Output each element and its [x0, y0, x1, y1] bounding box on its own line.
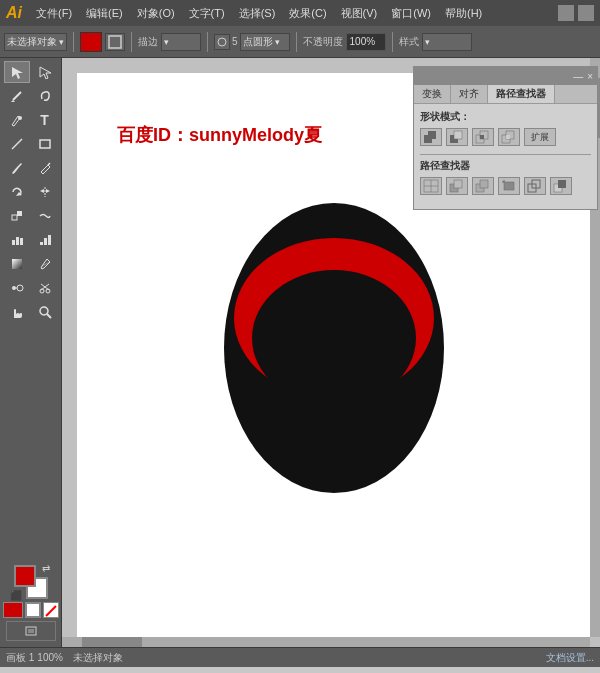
direct-selection-tool[interactable]: [32, 61, 58, 83]
main-area: T: [0, 58, 600, 647]
doc-settings-link[interactable]: 文档设置...: [546, 651, 594, 665]
svg-rect-0: [109, 36, 121, 48]
hand-tool[interactable]: [4, 301, 30, 323]
svg-marker-13: [46, 189, 50, 193]
fill-color[interactable]: [80, 32, 102, 52]
oval-artwork: [204, 173, 464, 503]
none-indicator[interactable]: [43, 602, 59, 618]
shape-dropdown[interactable]: 点圆形: [240, 33, 290, 51]
variable-icon[interactable]: [214, 34, 230, 50]
rotate-tool[interactable]: [4, 181, 30, 203]
pathfinder-label: 路径查找器: [420, 159, 591, 173]
svg-rect-43: [454, 131, 462, 139]
fill-indicator[interactable]: [3, 602, 23, 618]
style-dropdown[interactable]: [422, 33, 472, 51]
svg-marker-2: [12, 67, 23, 79]
svg-line-33: [47, 314, 51, 318]
stroke-indicator[interactable]: [25, 602, 41, 618]
exclude-btn[interactable]: [498, 128, 520, 146]
svg-rect-17: [16, 237, 19, 245]
color-picker[interactable]: ⇄ ⬛: [14, 565, 48, 599]
screen-mode-btn[interactable]: [6, 621, 56, 641]
line-tool[interactable]: [4, 133, 30, 155]
selection-tool[interactable]: [4, 61, 30, 83]
magic-wand-tool[interactable]: [4, 85, 30, 107]
crop-btn[interactable]: [498, 177, 520, 195]
svg-marker-12: [40, 189, 44, 193]
opacity-label: 不透明度: [303, 35, 343, 49]
menu-help[interactable]: 帮助(H): [439, 4, 488, 23]
panel-tab-align[interactable]: 对齐: [451, 85, 488, 103]
svg-rect-63: [558, 180, 566, 188]
panel-tabs: 变换 对齐 路径查找器: [414, 85, 597, 104]
scale-tool[interactable]: [4, 205, 30, 227]
watermark-text: 百度ID：sunnyMelody夏: [117, 123, 322, 147]
panel-titlebar: — ×: [414, 67, 597, 85]
svg-rect-19: [40, 242, 43, 245]
lasso-tool[interactable]: [32, 85, 58, 107]
pencil-tool[interactable]: [32, 157, 58, 179]
no-selection-dropdown[interactable]: 未选择对象: [4, 33, 67, 51]
swap-colors-icon[interactable]: ⇄: [42, 563, 50, 574]
svg-line-9: [48, 163, 50, 165]
type-tool[interactable]: T: [32, 109, 58, 131]
pen-tool[interactable]: [4, 109, 30, 131]
minus-front-btn[interactable]: [446, 128, 468, 146]
graph-tool[interactable]: [4, 229, 30, 251]
menu-select[interactable]: 选择(S): [233, 4, 282, 23]
paintbrush-tool[interactable]: [4, 157, 30, 179]
trim-btn[interactable]: [446, 177, 468, 195]
toolbar: 未选择对象 描边 5 点圆形 不透明度 样式: [0, 26, 600, 58]
horizontal-scrollbar[interactable]: [62, 637, 590, 647]
outline-btn[interactable]: [524, 177, 546, 195]
panel-collapse-btn[interactable]: —: [573, 71, 583, 82]
stroke-icon[interactable]: [105, 33, 125, 51]
foreground-color-box[interactable]: [14, 565, 36, 587]
panel-divider: [420, 154, 591, 155]
menu-edit[interactable]: 编辑(E): [80, 4, 129, 23]
svg-point-39: [252, 270, 416, 406]
menu-text[interactable]: 文字(T): [183, 4, 231, 23]
column-graph-tool[interactable]: [32, 229, 58, 251]
cs-icon[interactable]: [558, 5, 574, 21]
svg-rect-49: [506, 135, 510, 139]
artwork-svg: [204, 173, 464, 503]
zoom-level: 100%: [37, 652, 63, 663]
menu-effect[interactable]: 效果(C): [283, 4, 332, 23]
reflect-tool[interactable]: [32, 181, 58, 203]
svg-marker-3: [40, 67, 51, 79]
gradient-tool[interactable]: [4, 253, 30, 275]
svg-rect-54: [454, 180, 462, 188]
zoom-tool[interactable]: [32, 301, 58, 323]
blend-tool[interactable]: [4, 277, 30, 299]
svg-rect-16: [12, 240, 15, 245]
scissors-tool[interactable]: [32, 277, 58, 299]
eyedropper-tool[interactable]: [32, 253, 58, 275]
svg-rect-35: [28, 629, 34, 633]
stroke-dropdown[interactable]: [161, 33, 201, 51]
svg-rect-15: [17, 211, 22, 216]
menu-window[interactable]: 窗口(W): [385, 4, 437, 23]
menu-object[interactable]: 对象(O): [131, 4, 181, 23]
panel-tab-transform[interactable]: 变换: [414, 85, 451, 103]
search-icon[interactable]: [578, 5, 594, 21]
reset-colors-icon[interactable]: ⬛: [10, 590, 22, 601]
style-label: 样式: [399, 35, 419, 49]
panel-tab-pathfinder[interactable]: 路径查找器: [488, 85, 555, 103]
svg-point-6: [18, 116, 22, 120]
unite-btn[interactable]: [420, 128, 442, 146]
opacity-input[interactable]: [346, 33, 386, 51]
intersect-btn[interactable]: [472, 128, 494, 146]
merge-btn[interactable]: [472, 177, 494, 195]
minus-back-btn[interactable]: [550, 177, 572, 195]
horizontal-scrollbar-thumb[interactable]: [82, 637, 142, 647]
expand-btn[interactable]: 扩展: [524, 128, 556, 146]
status-bar: 画板 1 100% 未选择对象 文档设置...: [0, 647, 600, 667]
panel-close-btn[interactable]: ×: [587, 71, 593, 82]
menu-view[interactable]: 视图(V): [335, 4, 384, 23]
menu-file[interactable]: 文件(F): [30, 4, 78, 23]
divide-btn[interactable]: [420, 177, 442, 195]
svg-point-32: [40, 307, 48, 315]
warp-tool[interactable]: [32, 205, 58, 227]
rect-tool[interactable]: [32, 133, 58, 155]
